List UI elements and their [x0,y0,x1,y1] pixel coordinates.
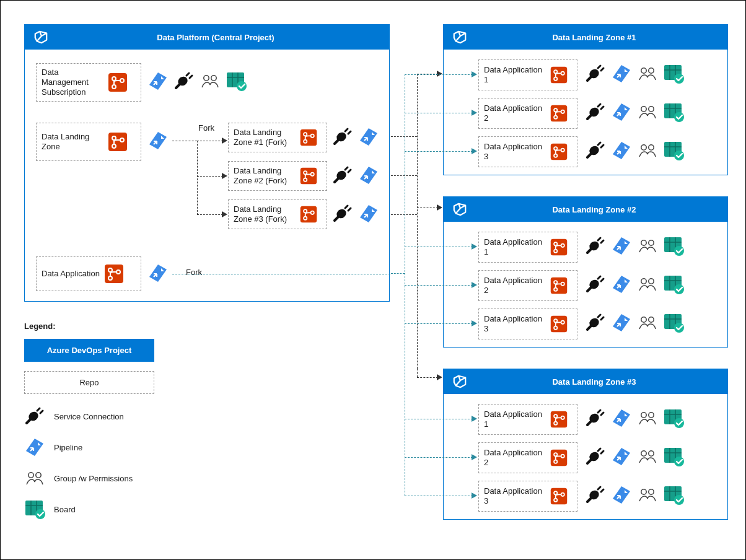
legend-project: Azure DevOps Project [24,339,154,362]
pipeline-icon [358,126,379,147]
repo-icon [550,238,568,256]
repo-icon [103,263,125,284]
zone-3-header: Data Landing Zone #3 [444,369,727,394]
board-icon [663,235,684,256]
repo-label: Data Application [42,269,100,279]
repo-icon [550,142,568,161]
group-icon [637,235,658,256]
legend-repo-label: Repo [79,378,99,387]
pipeline-icon [611,235,632,256]
service-connection-icon [332,203,353,224]
zone3-app1: Data Application 1 [478,404,577,435]
service-connection-icon [585,312,606,333]
central-project-title: Data Platform (Central Project) [50,33,382,42]
zone1-app2-icons [585,102,684,123]
pipeline-icon [24,437,45,458]
zone-3: Data Landing Zone #3 Data Application 1 … [443,369,728,520]
repo-data-mgmt: Data Management Subscription [36,63,141,102]
service-connection-icon [585,235,606,256]
zone1-app1: Data Application 1 [478,59,577,90]
group-icon [24,468,45,489]
zone3-app3-icons [585,484,684,505]
zone2-app2: Data Application 2 [478,270,577,301]
legend-service-connection: Service Connection [24,406,124,427]
board-icon [663,63,684,84]
repo-icon [550,410,568,429]
pipeline-icon [147,71,169,92]
repo-icon [299,167,318,185]
pipeline-icon [611,408,632,429]
repo-label: Data Landing Zone [42,132,103,152]
zone3-app2-icons [585,446,684,467]
diagram-stage: Data Platform (Central Project) Data Man… [0,0,746,560]
service-connection-icon [585,274,606,295]
repo-fork-2: Data Landing Zone #2 (Fork) [228,161,327,191]
repo-label: Data Landing Zone #1 (Fork) [234,128,296,148]
board-icon [663,408,684,429]
legend-board: Board [24,499,76,520]
service-connection-icon [173,71,195,92]
repo-icon [550,104,568,123]
board-icon [663,446,684,467]
pipeline-icon [147,130,169,151]
zone-2-title: Data Landing Zone #2 [468,205,720,214]
repo-icon [299,205,318,224]
repo-label: Data Application 2 [484,448,546,468]
board-icon [663,312,684,333]
repo-dlz: Data Landing Zone [36,123,141,161]
service-connection-icon [585,140,606,161]
central-project-header: Data Platform (Central Project) [25,25,389,50]
repo-icon [550,315,568,333]
repo-icon [107,131,128,152]
service-connection-icon [585,63,606,84]
repo-fork-3: Data Landing Zone #3 (Fork) [228,199,327,229]
repo-label: Data Application 1 [484,237,546,258]
pipeline-icon [611,102,632,123]
fork2-icons [332,165,379,186]
devops-icon [32,30,50,45]
board-icon [663,140,684,161]
fork1-icons [332,126,379,147]
legend-pipeline-label: Pipeline [54,443,82,452]
repo-icon [550,487,568,505]
pipeline-icon [611,446,632,467]
legend-pipeline: Pipeline [24,437,82,458]
devops-icon [451,30,468,45]
mgmt-icons [147,71,247,92]
board-icon [663,484,684,505]
repo-icon [550,448,568,467]
group-icon [637,274,658,295]
pipeline-icon [611,484,632,505]
group-icon [637,312,658,333]
repo-label: Data Application 3 [484,142,546,162]
service-connection-icon [585,484,606,505]
group-icon [637,446,658,467]
zone-2-header: Data Landing Zone #2 [444,197,727,222]
zone1-app2: Data Application 2 [478,98,577,129]
pipeline-icon [611,312,632,333]
group-icon [637,140,658,161]
group-icon [637,484,658,505]
zone-3-title: Data Landing Zone #3 [468,377,720,387]
legend-project-label: Azure DevOps Project [47,346,132,355]
service-connection-icon [24,406,45,427]
repo-label: Data Landing Zone #3 (Fork) [234,204,296,225]
repo-icon [550,276,568,295]
pipeline-icon [147,263,169,284]
fork-label-1: Fork [198,123,214,133]
zone2-app3-icons [585,312,684,333]
service-connection-icon [332,126,353,147]
fork-label-2: Fork [186,268,202,277]
repo-label: Data Application 1 [484,65,546,85]
zone3-app1-icons [585,408,684,429]
legend-repo: Repo [24,371,154,394]
repo-label: Data Landing Zone #2 (Fork) [234,166,296,186]
board-icon [24,499,45,520]
repo-dapp: Data Application [36,256,141,291]
zone2-app3: Data Application 3 [478,308,577,339]
pipeline-icon [611,274,632,295]
repo-label: Data Application 2 [484,276,546,296]
group-icon [637,102,658,123]
pipeline-icon [358,165,379,186]
zone2-app1: Data Application 1 [478,232,577,263]
